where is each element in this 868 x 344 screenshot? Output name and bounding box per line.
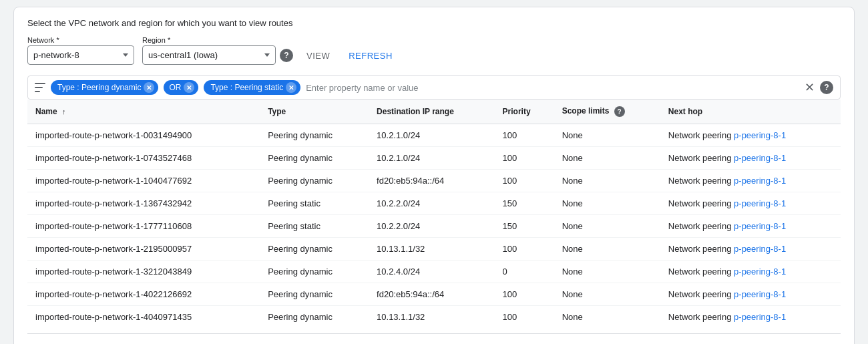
region-select[interactable]: us-central1 (Iowa) xyxy=(142,45,276,65)
table-row: imported-route-p-network-1-2195000957Pee… xyxy=(27,238,841,261)
cell-name: imported-route-p-network-1-4022126692 xyxy=(27,283,260,306)
cell-name: imported-route-p-network-1-0743527468 xyxy=(27,147,260,170)
filter-help-icon[interactable]: ? xyxy=(820,81,833,94)
filter-chip-peering-dynamic-close-icon[interactable]: ✕ xyxy=(144,82,154,93)
cell-scope: None xyxy=(554,261,660,283)
col-priority: Priority xyxy=(495,100,554,124)
cell-priority: 0 xyxy=(495,261,554,283)
cell-nexthop: Network peering p-peering-8-1 xyxy=(660,238,841,261)
filter-chip-or-close-icon[interactable]: ✕ xyxy=(184,82,194,93)
main-card: Select the VPC network and region for wh… xyxy=(13,7,855,344)
cell-scope: None xyxy=(554,170,660,192)
cell-destination: 10.2.1.0/24 xyxy=(369,124,495,147)
filter-chip-peering-static[interactable]: Type : Peering static ✕ xyxy=(204,80,300,95)
cell-type: Peering dynamic xyxy=(260,124,369,147)
cell-scope: None xyxy=(554,238,660,261)
nexthop-link[interactable]: p-peering-8-1 xyxy=(734,289,786,299)
filter-chip-or-label: OR xyxy=(169,83,181,92)
cell-scope: None xyxy=(554,306,660,329)
cell-nexthop: Network peering p-peering-8-1 xyxy=(660,261,841,283)
scope-help-icon[interactable]: ? xyxy=(614,106,625,117)
network-value: p-network-8 xyxy=(33,50,79,60)
controls-row: Network * p-network-8 Region * us-centra… xyxy=(27,36,841,65)
cell-type: Peering dynamic xyxy=(260,261,369,283)
col-destination: Destination IP range xyxy=(369,100,495,124)
col-type: Type xyxy=(260,100,369,124)
region-label: Region * xyxy=(142,36,293,44)
cell-priority: 100 xyxy=(495,306,554,329)
table-row: imported-route-p-network-1-4022126692Pee… xyxy=(27,283,841,306)
col-scope: Scope limits ? xyxy=(554,100,660,124)
filter-chip-peering-static-close-icon[interactable]: ✕ xyxy=(286,82,296,93)
table-row: imported-route-p-network-1-3212043849Pee… xyxy=(27,261,841,283)
cell-nexthop: Network peering p-peering-8-1 xyxy=(660,147,841,170)
cell-nexthop: Network peering p-peering-8-1 xyxy=(660,306,841,329)
nexthop-link[interactable]: p-peering-8-1 xyxy=(734,176,786,186)
cell-destination: 10.2.2.0/24 xyxy=(369,192,495,215)
nexthop-link[interactable]: p-peering-8-1 xyxy=(734,244,786,254)
filter-placeholder[interactable]: Enter property name or value xyxy=(306,83,799,93)
region-field-group: Region * us-central1 (Iowa) ? xyxy=(142,36,293,65)
cell-scope: None xyxy=(554,124,660,147)
table-row: imported-route-p-network-1-0743527468Pee… xyxy=(27,147,841,170)
col-nexthop: Next hop xyxy=(660,100,841,124)
filter-clear-icon[interactable]: ✕ xyxy=(805,80,815,95)
cell-destination: fd20:eb5:94a::/64 xyxy=(369,283,495,306)
instructions-text: Select the VPC network and region for wh… xyxy=(27,18,841,28)
cell-priority: 150 xyxy=(495,215,554,238)
nexthop-link[interactable]: p-peering-8-1 xyxy=(734,221,786,231)
footer-divider xyxy=(27,333,841,334)
cell-scope: None xyxy=(554,147,660,170)
cell-type: Peering dynamic xyxy=(260,170,369,192)
cell-priority: 100 xyxy=(495,147,554,170)
cell-nexthop: Network peering p-peering-8-1 xyxy=(660,192,841,215)
table-row: imported-route-p-network-1-4040971435Pee… xyxy=(27,306,841,329)
cell-destination: 10.2.4.0/24 xyxy=(369,261,495,283)
cell-name: imported-route-p-network-1-2195000957 xyxy=(27,238,260,261)
cell-nexthop: Network peering p-peering-8-1 xyxy=(660,215,841,238)
filter-chip-or[interactable]: OR ✕ xyxy=(164,80,198,95)
cell-name: imported-route-p-network-1-1040477692 xyxy=(27,170,260,192)
network-select[interactable]: p-network-8 xyxy=(27,45,134,65)
network-field-group: Network * p-network-8 xyxy=(27,36,134,65)
cell-nexthop: Network peering p-peering-8-1 xyxy=(660,283,841,306)
cell-priority: 100 xyxy=(495,238,554,261)
refresh-button[interactable]: REFRESH xyxy=(343,47,398,65)
nexthop-link[interactable]: p-peering-8-1 xyxy=(734,153,786,163)
cell-type: Peering dynamic xyxy=(260,238,369,261)
nexthop-link[interactable]: p-peering-8-1 xyxy=(734,130,786,140)
cell-destination: 10.13.1.1/32 xyxy=(369,238,495,261)
cell-priority: 100 xyxy=(495,170,554,192)
cell-scope: None xyxy=(554,192,660,215)
cell-scope: None xyxy=(554,215,660,238)
routes-table: Name ↑ Type Destination IP range Priorit… xyxy=(27,100,841,328)
table-row: imported-route-p-network-1-1040477692Pee… xyxy=(27,170,841,192)
region-value: us-central1 (Iowa) xyxy=(148,50,218,60)
cell-name: imported-route-p-network-1-1777110608 xyxy=(27,215,260,238)
cell-name: imported-route-p-network-1-1367432942 xyxy=(27,192,260,215)
filter-icon xyxy=(35,83,45,92)
network-label: Network * xyxy=(27,36,134,44)
cell-nexthop: Network peering p-peering-8-1 xyxy=(660,170,841,192)
cell-type: Peering dynamic xyxy=(260,306,369,329)
cell-type: Peering dynamic xyxy=(260,283,369,306)
cell-destination: fd20:eb5:94a::/64 xyxy=(369,170,495,192)
cell-priority: 100 xyxy=(495,283,554,306)
nexthop-link[interactable]: p-peering-8-1 xyxy=(734,312,786,322)
cell-name: imported-route-p-network-1-0031494900 xyxy=(27,124,260,147)
table-row: imported-route-p-network-1-0031494900Pee… xyxy=(27,124,841,147)
filter-chip-peering-dynamic-label: Type : Peering dynamic xyxy=(57,83,141,92)
cell-priority: 150 xyxy=(495,192,554,215)
filter-bar: Type : Peering dynamic ✕ OR ✕ Type : Pee… xyxy=(27,75,841,100)
cell-type: Peering dynamic xyxy=(260,147,369,170)
cell-type: Peering static xyxy=(260,215,369,238)
cell-destination: 10.13.1.1/32 xyxy=(369,306,495,329)
region-help-icon[interactable]: ? xyxy=(280,49,293,62)
filter-chip-peering-dynamic[interactable]: Type : Peering dynamic ✕ xyxy=(51,80,158,95)
col-name[interactable]: Name ↑ xyxy=(27,100,260,124)
nexthop-link[interactable]: p-peering-8-1 xyxy=(734,198,786,208)
nexthop-link[interactable]: p-peering-8-1 xyxy=(734,267,786,277)
cell-name: imported-route-p-network-1-3212043849 xyxy=(27,261,260,283)
view-button[interactable]: VIEW xyxy=(301,47,335,65)
google-cloud-logo: Google Cloud xyxy=(27,339,841,344)
